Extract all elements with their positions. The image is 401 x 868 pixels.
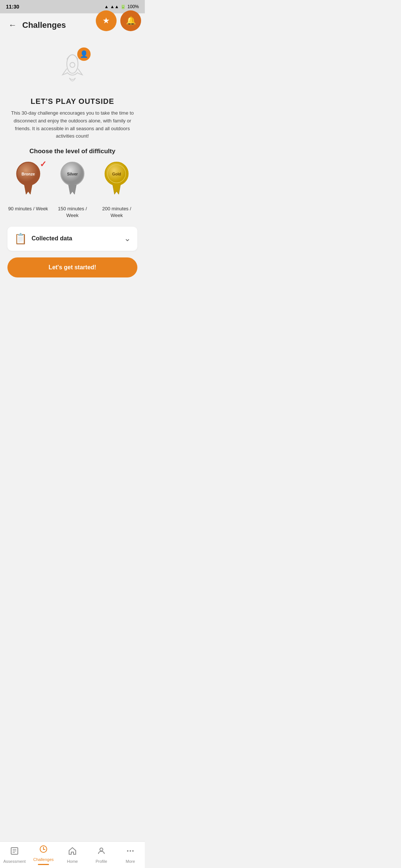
difficulty-section: Choose the level of difficulty ✓ B xyxy=(7,148,137,219)
gold-minutes: 200 minutes /Week xyxy=(102,206,131,219)
medal-gold-wrapper: Gold xyxy=(100,161,133,202)
status-icons: ▲ ▲▲ 🔋 100% xyxy=(104,4,139,9)
silver-minutes: 150 minutes /Week xyxy=(58,206,87,219)
back-arrow-icon: ← xyxy=(9,20,17,30)
main-content: 👤 LET'S PLAY OUTSIDE This 30-day challen… xyxy=(0,37,145,315)
avatar: 👤 xyxy=(77,47,91,61)
battery-icon: 🔋 xyxy=(120,4,126,9)
svg-point-1 xyxy=(70,62,75,67)
selected-checkmark: ✓ xyxy=(40,160,46,169)
chevron-down-icon: ⌄ xyxy=(124,234,131,243)
medal-bronze[interactable]: ✓ Bronze 90 minutes xyxy=(7,161,49,212)
gold-medal-icon: Gold xyxy=(100,161,133,194)
get-started-button[interactable]: Let's get started! xyxy=(7,257,137,277)
medal-bronze-wrapper: ✓ Bronze xyxy=(12,161,45,202)
clipboard-icon: 📋 xyxy=(14,233,27,245)
medal-silver-wrapper: Silver xyxy=(56,161,89,202)
back-button[interactable]: ← xyxy=(6,19,19,32)
battery-percent: 100% xyxy=(127,4,139,9)
svg-text:Gold: Gold xyxy=(112,172,121,176)
collected-data-left: 📋 Collected data xyxy=(14,233,72,245)
medal-silver[interactable]: Silver 150 minutes /Week xyxy=(52,161,93,219)
challenge-description: This 30-day challenge encourages you to … xyxy=(7,109,137,140)
star-icon: ★ xyxy=(102,16,110,26)
collected-data-label: Collected data xyxy=(32,235,72,242)
svg-text:Bronze: Bronze xyxy=(22,172,35,176)
challenge-title: LET'S PLAY OUTSIDE xyxy=(30,97,114,106)
avatar-icon: 👤 xyxy=(80,50,88,58)
collected-data-section[interactable]: 📋 Collected data ⌄ xyxy=(7,227,137,251)
silver-medal-icon: Silver xyxy=(56,161,89,194)
signal-icon: ▲▲ xyxy=(110,4,119,9)
svg-text:Silver: Silver xyxy=(67,172,78,176)
header-actions: ★ 🔔 xyxy=(96,10,141,31)
hero-illustration: 👤 xyxy=(48,45,97,93)
bronze-minutes: 90 minutes / Week xyxy=(8,206,48,212)
medal-gold[interactable]: Gold 200 minutes /Week xyxy=(96,161,137,219)
medals-row: ✓ Bronze 90 minutes xyxy=(7,161,137,219)
notifications-button[interactable]: 🔔 xyxy=(120,10,141,31)
achievements-button[interactable]: ★ xyxy=(96,10,117,31)
bell-icon: 🔔 xyxy=(126,16,136,26)
status-time: 11:30 xyxy=(6,4,19,10)
wifi-icon: ▲ xyxy=(104,4,109,9)
difficulty-heading: Choose the level of difficulty xyxy=(7,148,137,155)
header: ← Challenges ★ 🔔 xyxy=(0,13,145,37)
